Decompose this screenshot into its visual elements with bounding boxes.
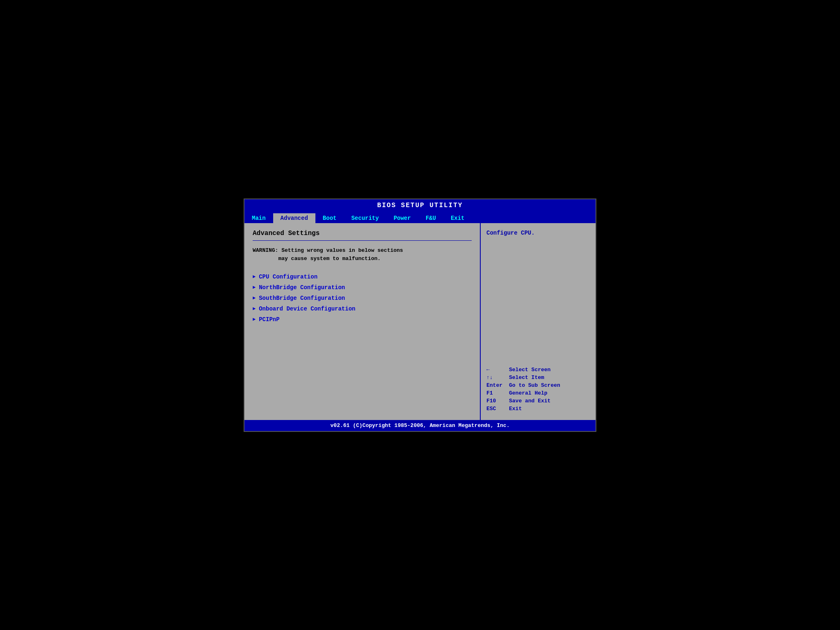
- key-desc-f1: General Help: [509, 390, 548, 396]
- menu-item-cpu[interactable]: ► CPU Configuration: [253, 272, 472, 282]
- key-row-enter: Enter Go to Sub Screen: [486, 382, 590, 388]
- section-title: Advanced Settings: [253, 230, 472, 237]
- key-row-f1: F1 General Help: [486, 390, 590, 396]
- key-row-f10: F10 Save and Exit: [486, 398, 590, 404]
- nav-advanced[interactable]: Advanced: [273, 213, 315, 223]
- key-f1: F1: [486, 390, 505, 396]
- key-row-esc: ESC Exit: [486, 406, 590, 412]
- content-area: Advanced Settings WARNING: Setting wrong…: [244, 223, 596, 420]
- nav-boot[interactable]: Boot: [315, 213, 344, 223]
- key-enter: Enter: [486, 382, 505, 388]
- menu-item-pcipnp[interactable]: ► PCIPnP: [253, 314, 472, 325]
- key-desc-f10: Save and Exit: [509, 398, 550, 404]
- title-bar: BIOS SETUP UTILITY: [244, 199, 596, 212]
- nav-power[interactable]: Power: [386, 213, 418, 223]
- nav-fu[interactable]: F&U: [418, 213, 443, 223]
- footer-bar: v02.61 (C)Copyright 1985-2006, American …: [244, 420, 596, 431]
- menu-item-cpu-label: CPU Configuration: [259, 274, 317, 280]
- nav-bar: Main Advanced Boot Security Power F&U Ex…: [244, 212, 596, 223]
- footer-text: v02.61 (C)Copyright 1985-2006, American …: [331, 422, 510, 429]
- key-row-select-item: ↑↓ Select Item: [486, 374, 590, 381]
- screen: BIOS SETUP UTILITY Main Advanced Boot Se…: [235, 190, 605, 440]
- bios-title: BIOS SETUP UTILITY: [377, 202, 463, 209]
- divider: [253, 240, 472, 241]
- key-desc-select-item: Select Item: [509, 374, 544, 381]
- menu-item-onboard-label: Onboard Device Configuration: [259, 306, 355, 312]
- warning-text: WARNING: Setting wrong values in below s…: [253, 247, 472, 264]
- menu-item-onboard[interactable]: ► Onboard Device Configuration: [253, 304, 472, 314]
- key-help: ← Select Screen ↑↓ Select Item Enter Go …: [486, 367, 590, 413]
- key-updown: ↑↓: [486, 374, 505, 381]
- left-panel: Advanced Settings WARNING: Setting wrong…: [244, 223, 481, 420]
- key-esc: ESC: [486, 406, 505, 412]
- key-f10: F10: [486, 398, 505, 404]
- key-desc-esc: Exit: [509, 406, 522, 412]
- menu-item-pcipnp-label: PCIPnP: [259, 316, 279, 323]
- menu-item-northbridge-label: NorthBridge Configuration: [259, 284, 345, 291]
- arrow-icon: ►: [253, 317, 256, 322]
- nav-security[interactable]: Security: [344, 213, 386, 223]
- nav-exit[interactable]: Exit: [443, 213, 472, 223]
- nav-main[interactable]: Main: [244, 213, 273, 223]
- right-panel: Configure CPU. ← Select Screen ↑↓ Select…: [481, 223, 596, 420]
- arrow-icon: ►: [253, 274, 256, 280]
- key-desc-enter: Go to Sub Screen: [509, 382, 560, 388]
- arrow-icon: ►: [253, 295, 256, 301]
- key-row-select-screen: ← Select Screen: [486, 367, 590, 373]
- arrow-icon: ►: [253, 306, 256, 312]
- menu-list: ► CPU Configuration ► NorthBridge Config…: [253, 272, 472, 325]
- bios-container: BIOS SETUP UTILITY Main Advanced Boot Se…: [244, 199, 596, 432]
- arrow-icon: ►: [253, 285, 256, 290]
- menu-item-northbridge[interactable]: ► NorthBridge Configuration: [253, 282, 472, 293]
- key-arrow: ←: [486, 367, 505, 373]
- menu-item-southbridge[interactable]: ► SouthBridge Configuration: [253, 293, 472, 304]
- key-desc-select-screen: Select Screen: [509, 367, 550, 373]
- menu-item-southbridge-label: SouthBridge Configuration: [259, 295, 345, 301]
- help-text: Configure CPU.: [486, 230, 590, 236]
